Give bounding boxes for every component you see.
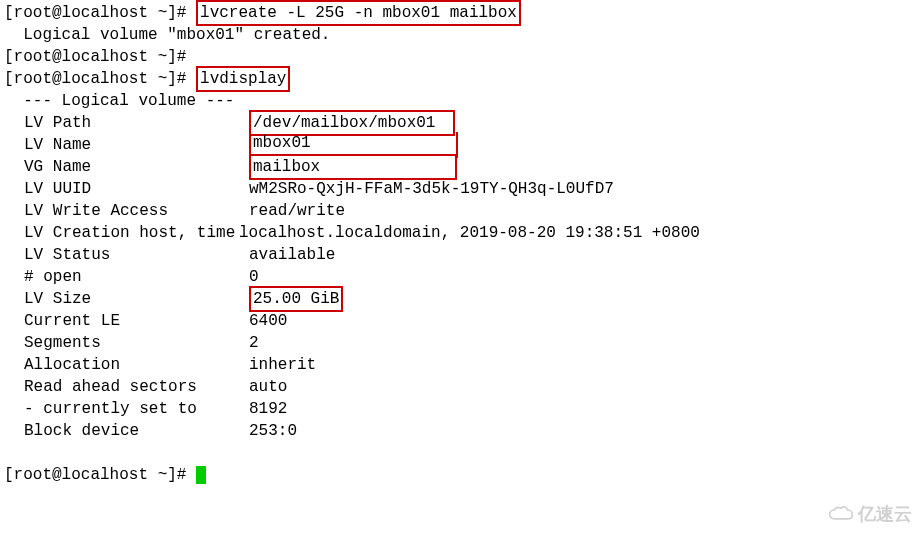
label-vg-name: VG Name: [24, 156, 249, 178]
prompt: [root@localhost ~]#: [4, 466, 196, 484]
value-open: 0: [249, 266, 259, 288]
value-lv-creation: localhost.localdomain, 2019-08-20 19:38:…: [239, 222, 700, 244]
row-lv-name: LV Namembox01: [4, 134, 920, 156]
label-lv-creation: LV Creation host, time: [24, 222, 239, 244]
value-allocation: inherit: [249, 354, 316, 376]
prompt: [root@localhost ~]#: [4, 70, 196, 88]
blank-line: [4, 442, 920, 464]
label-lv-uuid: LV UUID: [24, 178, 249, 200]
terminal-line-3: [root@localhost ~]# lvdisplay: [4, 68, 920, 90]
watermark-text: 亿速云: [858, 503, 912, 525]
value-block-device: 253:0: [249, 420, 297, 442]
row-lv-creation: LV Creation host, time localhost.localdo…: [4, 222, 920, 244]
value-segments: 2: [249, 332, 259, 354]
value-lv-uuid: wM2SRo-QxjH-FFaM-3d5k-19TY-QH3q-L0UfD7: [249, 178, 614, 200]
row-lv-status: LV Statusavailable: [4, 244, 920, 266]
label-current-le: Current LE: [24, 310, 249, 332]
row-currently-set: - currently set to8192: [4, 398, 920, 420]
label-lv-size: LV Size: [24, 288, 249, 310]
watermark: 亿速云: [828, 503, 912, 525]
row-current-le: Current LE6400: [4, 310, 920, 332]
label-block-device: Block device: [24, 420, 249, 442]
label-allocation: Allocation: [24, 354, 249, 376]
row-lv-size: LV Size25.00 GiB: [4, 288, 920, 310]
row-segments: Segments2: [4, 332, 920, 354]
label-lv-write-access: LV Write Access: [24, 200, 249, 222]
label-currently-set: - currently set to: [24, 398, 249, 420]
label-open: # open: [24, 266, 249, 288]
row-lv-path: LV Path/dev/mailbox/mbox01: [4, 112, 920, 134]
terminal-line-last[interactable]: [root@localhost ~]#: [4, 464, 920, 486]
command-lvdisplay: lvdisplay: [196, 66, 290, 92]
value-current-le: 6400: [249, 310, 287, 332]
row-read-ahead: Read ahead sectorsauto: [4, 376, 920, 398]
label-lv-name: LV Name: [24, 134, 249, 156]
cursor-icon: [196, 466, 206, 484]
terminal-line-empty-prompt: [root@localhost ~]#: [4, 46, 920, 68]
value-lv-size: 25.00 GiB: [249, 286, 343, 312]
terminal-line-1: [root@localhost ~]# lvcreate -L 25G -n m…: [4, 2, 920, 24]
row-block-device: Block device253:0: [4, 420, 920, 442]
lv-header: --- Logical volume ---: [4, 90, 920, 112]
prompt: [root@localhost ~]#: [4, 4, 196, 22]
value-currently-set: 8192: [249, 398, 287, 420]
command-lvcreate: lvcreate -L 25G -n mbox01 mailbox: [196, 0, 521, 26]
row-allocation: Allocationinherit: [4, 354, 920, 376]
label-lv-status: LV Status: [24, 244, 249, 266]
row-vg-name: VG Namemailbox: [4, 156, 920, 178]
label-lv-path: LV Path: [24, 112, 249, 134]
value-vg-name: mailbox: [249, 154, 457, 180]
label-segments: Segments: [24, 332, 249, 354]
row-lv-uuid: LV UUIDwM2SRo-QxjH-FFaM-3d5k-19TY-QH3q-L…: [4, 178, 920, 200]
row-lv-write-access: LV Write Accessread/write: [4, 200, 920, 222]
row-open: # open0: [4, 266, 920, 288]
cloud-icon: [828, 505, 854, 523]
label-read-ahead: Read ahead sectors: [24, 376, 249, 398]
value-lv-status: available: [249, 244, 335, 266]
value-read-ahead: auto: [249, 376, 287, 398]
value-lv-write-access: read/write: [249, 200, 345, 222]
terminal-output-created: Logical volume "mbox01" created.: [4, 24, 920, 46]
